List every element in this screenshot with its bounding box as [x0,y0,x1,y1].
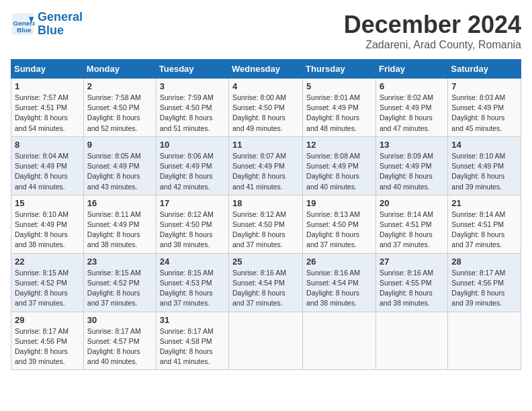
calendar-cell: 13Sunrise: 8:09 AMSunset: 4:49 PMDayligh… [375,136,447,195]
sunset: Sunset: 4:52 PM [15,279,67,287]
day-info: Sunrise: 8:15 AMSunset: 4:53 PMDaylight:… [160,268,225,309]
daylight: Daylight: 8 hours and 37 minutes. [380,230,433,248]
calendar-cell: 16Sunrise: 8:11 AMSunset: 4:49 PMDayligh… [83,195,156,253]
sunset: Sunset: 4:51 PM [380,220,432,228]
calendar-header-row: SundayMondayTuesdayWednesdayThursdayFrid… [11,60,521,79]
sunset: Sunset: 4:50 PM [232,220,285,228]
calendar-week-row: 29Sunrise: 8:17 AMSunset: 4:56 PMDayligh… [11,312,521,370]
sunrise: Sunrise: 8:04 AM [15,152,69,160]
calendar-cell: 7Sunrise: 8:03 AMSunset: 4:49 PMDaylight… [448,79,521,137]
calendar-cell: 23Sunrise: 8:15 AMSunset: 4:52 PMDayligh… [83,253,156,312]
daylight: Daylight: 8 hours and 40 minutes. [306,172,359,190]
daylight: Daylight: 8 hours and 38 minutes. [306,289,359,307]
calendar-cell: 6Sunrise: 8:02 AMSunset: 4:49 PMDaylight… [375,79,447,137]
day-number: 28 [451,257,517,267]
calendar-cell: 2Sunrise: 7:58 AMSunset: 4:50 PMDaylight… [83,79,156,137]
day-info: Sunrise: 8:12 AMSunset: 4:50 PMDaylight:… [232,210,299,250]
daylight: Daylight: 8 hours and 37 minutes. [451,230,504,248]
calendar-week-row: 1Sunrise: 7:57 AMSunset: 4:51 PMDaylight… [11,79,521,137]
calendar-cell [229,312,303,370]
calendar-cell: 10Sunrise: 8:06 AMSunset: 4:49 PMDayligh… [156,136,228,195]
day-info: Sunrise: 8:02 AMSunset: 4:49 PMDaylight:… [380,93,444,134]
calendar-cell: 30Sunrise: 8:17 AMSunset: 4:57 PMDayligh… [83,312,156,370]
calendar-cell: 20Sunrise: 8:14 AMSunset: 4:51 PMDayligh… [375,195,447,253]
day-number: 31 [160,315,225,325]
header-friday: Friday [375,60,447,79]
day-info: Sunrise: 7:58 AMSunset: 4:50 PMDaylight:… [87,93,152,134]
sunset: Sunset: 4:55 PM [380,279,432,287]
sunrise: Sunrise: 8:03 AM [451,93,505,101]
calendar-table: SundayMondayTuesdayWednesdayThursdayFrid… [11,59,521,370]
day-info: Sunrise: 8:16 AMSunset: 4:55 PMDaylight:… [380,268,444,309]
sunset: Sunset: 4:56 PM [15,337,67,345]
day-number: 8 [15,140,80,150]
day-info: Sunrise: 8:10 AMSunset: 4:49 PMDaylight:… [15,210,80,250]
header-saturday: Saturday [448,60,521,79]
calendar-cell: 4Sunrise: 8:00 AMSunset: 4:50 PMDaylight… [229,79,303,137]
daylight: Daylight: 8 hours and 37 minutes. [306,230,359,248]
day-number: 13 [380,140,444,150]
daylight: Daylight: 8 hours and 52 minutes. [87,113,140,132]
day-info: Sunrise: 8:16 AMSunset: 4:54 PMDaylight:… [232,268,299,309]
day-info: Sunrise: 8:15 AMSunset: 4:52 PMDaylight:… [15,268,80,309]
daylight: Daylight: 8 hours and 45 minutes. [451,113,504,132]
day-number: 26 [306,257,372,267]
sunset: Sunset: 4:54 PM [232,279,285,287]
sunrise: Sunrise: 7:57 AM [15,93,69,101]
sunset: Sunset: 4:49 PM [306,162,359,170]
day-info: Sunrise: 8:11 AMSunset: 4:49 PMDaylight:… [87,210,152,250]
sunrise: Sunrise: 8:16 AM [232,269,286,277]
sunset: Sunset: 4:50 PM [232,103,285,111]
sunset: Sunset: 4:56 PM [451,279,504,287]
sunrise: Sunrise: 8:06 AM [160,152,214,160]
daylight: Daylight: 8 hours and 38 minutes. [160,230,213,248]
day-info: Sunrise: 8:17 AMSunset: 4:58 PMDaylight:… [160,326,225,367]
sunset: Sunset: 4:49 PM [380,103,432,111]
day-number: 14 [451,140,517,150]
day-number: 20 [380,198,444,208]
sunset: Sunset: 4:52 PM [87,279,140,287]
daylight: Daylight: 8 hours and 37 minutes. [160,289,213,307]
sunrise: Sunrise: 8:12 AM [232,210,286,218]
daylight: Daylight: 8 hours and 44 minutes. [15,172,68,190]
sunset: Sunset: 4:49 PM [87,162,140,170]
day-number: 11 [232,140,299,150]
daylight: Daylight: 8 hours and 54 minutes. [15,113,68,132]
sunset: Sunset: 4:49 PM [451,103,504,111]
day-number: 25 [232,257,299,267]
sunrise: Sunrise: 8:16 AM [380,269,433,277]
daylight: Daylight: 8 hours and 43 minutes. [87,172,140,190]
sunrise: Sunrise: 8:17 AM [87,327,141,335]
daylight: Daylight: 8 hours and 40 minutes. [87,347,140,365]
daylight: Daylight: 8 hours and 41 minutes. [232,172,285,190]
day-info: Sunrise: 8:06 AMSunset: 4:49 PMDaylight:… [160,151,225,192]
calendar-cell: 1Sunrise: 7:57 AMSunset: 4:51 PMDaylight… [11,79,84,137]
daylight: Daylight: 8 hours and 37 minutes. [232,230,285,248]
day-number: 22 [15,257,80,267]
calendar-cell: 8Sunrise: 8:04 AMSunset: 4:49 PMDaylight… [11,136,84,195]
sunset: Sunset: 4:50 PM [306,220,359,228]
sunrise: Sunrise: 8:10 AM [15,210,69,218]
calendar-cell: 24Sunrise: 8:15 AMSunset: 4:53 PMDayligh… [156,253,228,312]
daylight: Daylight: 8 hours and 40 minutes. [380,172,433,190]
sunrise: Sunrise: 8:12 AM [160,210,214,218]
logo-icon: General Blue [11,12,35,36]
day-number: 5 [306,81,372,91]
calendar-cell: 31Sunrise: 8:17 AMSunset: 4:58 PMDayligh… [156,312,228,370]
day-number: 27 [380,257,444,267]
calendar-cell: 9Sunrise: 8:05 AMSunset: 4:49 PMDaylight… [83,136,156,195]
daylight: Daylight: 8 hours and 37 minutes. [87,289,140,307]
day-number: 7 [451,81,517,91]
sunset: Sunset: 4:49 PM [451,162,504,170]
sunset: Sunset: 4:50 PM [160,103,212,111]
day-info: Sunrise: 8:16 AMSunset: 4:54 PMDaylight:… [306,268,372,309]
daylight: Daylight: 8 hours and 38 minutes. [87,230,140,248]
svg-text:Blue: Blue [17,26,32,33]
day-info: Sunrise: 8:17 AMSunset: 4:56 PMDaylight:… [15,326,80,367]
month-title: December 2024 [344,11,521,39]
day-info: Sunrise: 8:13 AMSunset: 4:50 PMDaylight:… [306,210,372,250]
calendar-cell: 12Sunrise: 8:08 AMSunset: 4:49 PMDayligh… [303,136,376,195]
header-tuesday: Tuesday [156,60,228,79]
calendar-cell: 22Sunrise: 8:15 AMSunset: 4:52 PMDayligh… [11,253,84,312]
sunset: Sunset: 4:57 PM [87,337,140,345]
